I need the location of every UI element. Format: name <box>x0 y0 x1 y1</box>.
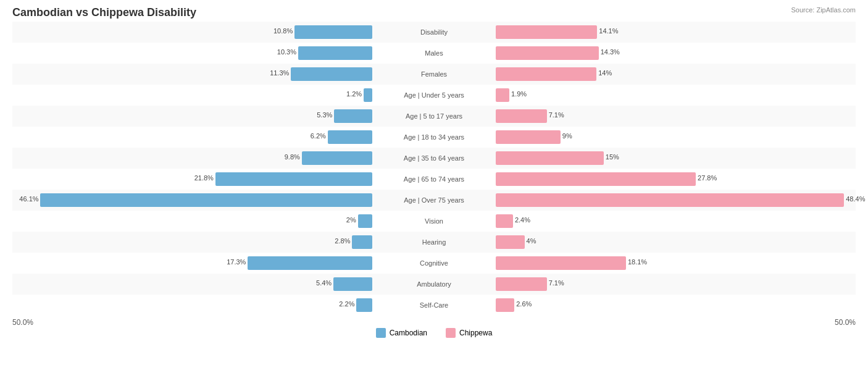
cambodian-legend-label: Cambodian <box>390 329 427 337</box>
row-label: Age | Over 75 years <box>372 196 496 204</box>
left-bar-container: 2.8% <box>12 232 372 253</box>
cambodian-value: 46.1% <box>19 195 38 203</box>
chippewa-bar <box>496 151 604 165</box>
table-row: 17.3%Cognitive18.1% <box>12 253 856 274</box>
right-bar-container: 2.4% <box>496 211 856 232</box>
row-label: Females <box>372 70 496 78</box>
cambodian-value: 2% <box>346 216 356 224</box>
chippewa-bar <box>496 25 597 39</box>
left-bar-container: 5.4% <box>12 274 372 295</box>
cambodian-value: 10.3% <box>277 48 296 56</box>
cambodian-color-swatch <box>376 328 386 338</box>
left-bar-container: 2% <box>12 211 372 232</box>
right-bar-container: 18.1% <box>496 253 856 274</box>
cambodian-value: 6.2% <box>311 132 326 140</box>
right-bar-container: 15% <box>496 148 856 169</box>
table-row: 11.3%Females14% <box>12 64 856 85</box>
left-bar-container: 9.8% <box>12 148 372 169</box>
axis-right-label: 50.0% <box>835 318 856 327</box>
left-bar-container: 1.2% <box>12 85 372 106</box>
chippewa-color-swatch <box>446 328 456 338</box>
cambodian-value: 11.3% <box>270 69 289 77</box>
left-bar-container: 11.3% <box>12 64 372 85</box>
chippewa-value: 48.4% <box>846 195 865 203</box>
legend-chippewa: Chippewa <box>446 328 492 338</box>
table-row: 5.4%Ambulatory7.1% <box>12 274 856 295</box>
axis-left-label: 50.0% <box>12 318 33 327</box>
row-label: Age | 65 to 74 years <box>372 175 496 183</box>
chippewa-bar <box>496 256 626 270</box>
right-bar-container: 1.9% <box>496 85 856 106</box>
chippewa-value: 9% <box>562 132 572 140</box>
table-row: 6.2%Age | 18 to 34 years9% <box>12 127 856 148</box>
table-row: 2.8%Hearing4% <box>12 232 856 253</box>
cambodian-bar <box>294 25 372 39</box>
right-bar-container: 4% <box>496 232 856 253</box>
cambodian-bar <box>298 46 372 60</box>
table-row: 1.2%Age | Under 5 years1.9% <box>12 85 856 106</box>
source-label: Source: ZipAtlas.com <box>791 6 856 14</box>
cambodian-bar <box>333 277 372 291</box>
right-bar-container: 14% <box>496 64 856 85</box>
chippewa-bar <box>496 277 547 291</box>
chippewa-value: 14.3% <box>601 48 620 56</box>
cambodian-value: 5.4% <box>316 279 332 287</box>
chippewa-bar <box>496 235 525 249</box>
chippewa-bar <box>496 88 509 102</box>
table-row: 10.8%Disability14.1% <box>12 22 856 43</box>
row-label: Males <box>372 49 496 57</box>
chippewa-value: 14% <box>598 69 612 77</box>
chippewa-value: 1.9% <box>511 90 527 98</box>
cambodian-bar <box>356 298 372 312</box>
chippewa-bar <box>496 172 696 186</box>
chippewa-legend-label: Chippewa <box>459 329 492 337</box>
table-row: 2%Vision2.4% <box>12 211 856 232</box>
chippewa-bar <box>496 193 844 207</box>
chippewa-bar <box>496 67 596 81</box>
left-bar-container: 6.2% <box>12 127 372 148</box>
row-label: Age | 35 to 64 years <box>372 154 496 162</box>
row-label: Vision <box>372 217 496 225</box>
chippewa-value: 4% <box>527 237 536 245</box>
chippewa-bar <box>496 109 547 123</box>
table-row: 46.1%Age | Over 75 years48.4% <box>12 190 856 211</box>
row-label: Ambulatory <box>372 280 496 288</box>
table-row: 2.2%Self-Care2.6% <box>12 295 856 316</box>
row-label: Disability <box>372 28 496 36</box>
chart-title: Cambodian vs Chippewa Disability <box>12 6 856 19</box>
chippewa-bar <box>496 46 599 60</box>
row-label: Age | Under 5 years <box>372 91 496 99</box>
cambodian-value: 1.2% <box>346 90 362 98</box>
cambodian-bar <box>358 214 372 228</box>
cambodian-value: 2.2% <box>339 300 354 308</box>
left-bar-container: 10.8% <box>12 22 372 43</box>
legend: Cambodian Chippewa <box>12 328 856 338</box>
right-bar-container: 7.1% <box>496 106 856 127</box>
legend-cambodian: Cambodian <box>376 328 427 338</box>
left-bar-container: 10.3% <box>12 43 372 64</box>
chippewa-bar <box>496 130 561 144</box>
chippewa-value: 15% <box>606 153 619 161</box>
cambodian-bar <box>302 151 372 165</box>
table-row: 10.3%Males14.3% <box>12 43 856 64</box>
cambodian-bar <box>40 193 372 207</box>
cambodian-value: 21.8% <box>194 174 214 182</box>
chippewa-value: 7.1% <box>549 111 564 119</box>
right-bar-container: 14.1% <box>496 22 856 43</box>
right-bar-container: 2.6% <box>496 295 856 316</box>
cambodian-bar <box>334 109 372 123</box>
left-bar-container: 46.1% <box>12 190 372 211</box>
right-bar-container: 14.3% <box>496 43 856 64</box>
right-bar-container: 27.8% <box>496 169 856 190</box>
right-bar-container: 7.1% <box>496 274 856 295</box>
chippewa-value: 2.6% <box>516 300 532 308</box>
cambodian-value: 9.8% <box>285 153 300 161</box>
table-row: 21.8%Age | 65 to 74 years27.8% <box>12 169 856 190</box>
chippewa-value: 14.1% <box>599 27 618 35</box>
row-label: Self-Care <box>372 301 496 309</box>
cambodian-bar <box>215 172 372 186</box>
table-row: 9.8%Age | 35 to 64 years15% <box>12 148 856 169</box>
chippewa-value: 7.1% <box>549 279 564 287</box>
chippewa-value: 18.1% <box>628 258 647 266</box>
cambodian-value: 17.3% <box>227 258 246 266</box>
